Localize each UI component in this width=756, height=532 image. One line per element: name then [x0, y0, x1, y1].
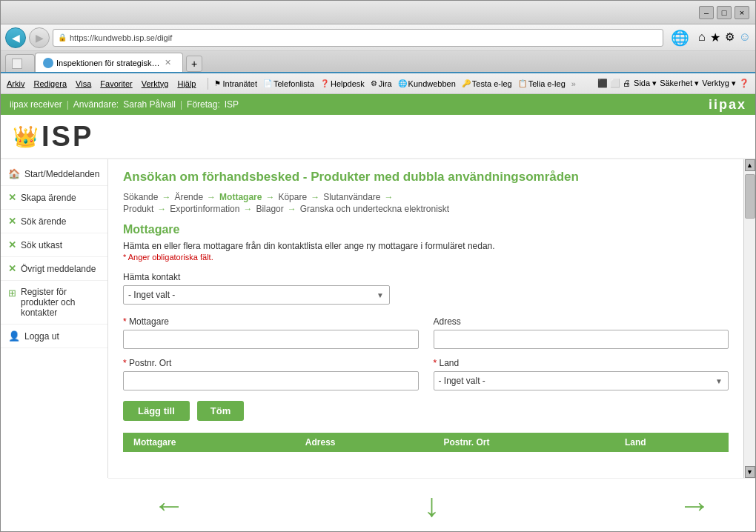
bc-slutanvandare[interactable]: Slutanvändare — [323, 192, 380, 202]
header-sep2: | — [180, 99, 182, 110]
sidebar-item-sok-utkast[interactable]: ✕ Sök utkast — [1, 233, 107, 257]
result-table: Mottagare Adress Postnr. Ort Land — [123, 433, 729, 452]
tab-bar: Inspektionen för strategiska... ✕ + — [1, 51, 755, 73]
close-button[interactable]: × — [735, 6, 749, 19]
sidebar-label-ovrigt: Övrigt meddelande — [21, 264, 96, 274]
isp-text: ISP — [42, 121, 93, 153]
ie-icon: 🌐 — [671, 29, 689, 47]
land-select[interactable]: - Inget valt - — [434, 371, 729, 390]
forward-button[interactable]: ▶ — [29, 27, 50, 48]
fav-telefonlista[interactable]: 📄Telefonlista — [263, 79, 314, 88]
fav-testa-eleg[interactable]: 🔑Testa e-leg — [462, 79, 512, 88]
tab-title: Inspektionen för strategiska... — [56, 59, 160, 67]
clear-button[interactable]: Töm — [197, 401, 244, 421]
grid-icon: ⊞ — [8, 287, 16, 299]
sidebar-label-utkast: Sök utkast — [21, 240, 62, 250]
verktyg-button[interactable]: Verktyg ▾ — [702, 79, 736, 88]
username: Sarah Pålvall — [123, 99, 176, 110]
fav-intranätet[interactable]: ⚑Intranätet — [214, 79, 256, 88]
menu-arkiv[interactable]: Arkiv — [7, 79, 24, 88]
sidebar-item-ovrigt[interactable]: ✕ Övrigt meddelande — [1, 257, 107, 281]
bc-export[interactable]: Exportinformation — [170, 204, 239, 214]
user-icon[interactable]: ☺ — [739, 30, 751, 44]
scrollbar[interactable]: ▲ ▼ — [743, 159, 755, 478]
nav-forward-arrow[interactable]: → — [678, 489, 711, 522]
bc-arende[interactable]: Ärende — [174, 192, 203, 202]
home-icon[interactable]: ⌂ — [698, 30, 706, 44]
menu-redigera[interactable]: Redigera — [33, 79, 67, 88]
fetch-contact-select[interactable]: - Inget valt - — [123, 285, 390, 305]
bc-kopare[interactable]: Köpare — [278, 192, 307, 202]
mottagare-group: * * MottagareMottagare — [123, 316, 419, 349]
settings-icon[interactable]: ⚙ — [725, 30, 735, 44]
sidebar-item-logga-ut[interactable]: 👤 Logga ut — [1, 325, 107, 348]
scroll-up-btn[interactable]: ▲ — [745, 159, 755, 171]
nav-back-arrow[interactable]: ← — [153, 489, 185, 522]
scroll-down-btn[interactable]: ▼ — [745, 466, 755, 478]
isp-logo: 👑 ISP — [13, 121, 93, 153]
fetch-contact-group: Hämta kontakt - Inget valt - ▼ — [123, 272, 729, 305]
favorites-bar: Arkiv Redigera Visa Favoriter Verktyg Hj… — [1, 73, 755, 94]
sidebar-item-register[interactable]: ⊞ Register för produkter och kontakter — [1, 281, 107, 325]
nav-down-arrow[interactable]: ↓ — [424, 489, 440, 522]
mottagare-input[interactable] — [123, 330, 419, 349]
sida-button[interactable]: Sida ▾ — [634, 79, 657, 88]
menu-favoriter[interactable]: Favoriter — [100, 79, 132, 88]
add-button[interactable]: Lägg till — [123, 401, 190, 421]
mottagare-label: * * MottagareMottagare — [123, 316, 419, 327]
bc-sokande[interactable]: Sökande — [123, 192, 158, 202]
bottom-nav: ← ↓ → — [108, 478, 755, 531]
postnr-input[interactable] — [123, 371, 419, 390]
scroll-thumb[interactable] — [745, 174, 755, 219]
tab-active[interactable]: Inspektionen för strategiska... ✕ — [35, 53, 183, 72]
menu-hjälp[interactable]: Hjälp — [177, 79, 196, 88]
fav-jira[interactable]: ⚙Jira — [371, 79, 392, 88]
bc-arrow8: → — [288, 204, 296, 214]
säkerhet-button[interactable]: Säkerhet ▾ — [660, 79, 699, 88]
bc-bilagor[interactable]: Bilagor — [256, 204, 283, 214]
bc-granska[interactable]: Granska och underteckna elektroniskt — [300, 204, 449, 214]
bc-arrow1: → — [162, 192, 170, 202]
help-button[interactable]: ❓ — [739, 79, 749, 88]
fav-helpdesk[interactable]: ❓Helpdesk — [320, 79, 365, 88]
sidebar-item-start[interactable]: 🏠 Start/Meddelanden — [1, 162, 107, 186]
fav-more-icon[interactable]: » — [571, 79, 576, 88]
adress-input[interactable] — [434, 330, 729, 349]
sidebar-label-start: Start/Meddelanden — [24, 169, 99, 179]
tab-inactive[interactable] — [5, 54, 35, 72]
logo-bar: 👑 ISP — [1, 115, 755, 159]
company-label: Företag: — [187, 99, 220, 110]
page-title: Ansökan om förhandsbesked - Produkter me… — [123, 170, 729, 184]
col-land: Land — [614, 433, 729, 452]
back-button[interactable]: ◀ — [5, 27, 26, 48]
required-note: * Anger obligatoriska fält. — [123, 253, 729, 262]
utkast-x-icon: ✕ — [8, 239, 16, 250]
sidebar: 🏠 Start/Meddelanden ✕ Skapa ärende ✕ Sök… — [1, 159, 108, 478]
sidebar-item-skapa[interactable]: ✕ Skapa ärende — [1, 186, 107, 210]
minimize-button[interactable]: – — [699, 6, 714, 19]
toolbar-icons: ⬛ ⬜ 🖨 — [597, 79, 631, 88]
new-tab-button[interactable]: + — [186, 56, 202, 72]
bc-arrow7: → — [243, 204, 252, 214]
fav-kundwebben[interactable]: 🌐Kundwebben — [398, 79, 456, 88]
bc-produkt[interactable]: Produkt — [123, 204, 153, 214]
address-bar[interactable]: 🔒 https://kundwebb.isp.se/digif — [53, 29, 663, 47]
col-postnr: Postnr. Ort — [433, 433, 614, 452]
sidebar-item-sok-arende[interactable]: ✕ Sök ärende — [1, 210, 107, 233]
logout-icon: 👤 — [8, 330, 20, 342]
section-title: Mottagare — [123, 223, 729, 236]
fav-telia-eleg[interactable]: 📋Telia e-leg — [518, 79, 566, 88]
bc-arrow6: → — [157, 204, 166, 214]
menu-visa[interactable]: Visa — [76, 79, 91, 88]
menu-verktyg[interactable]: Verktyg — [142, 79, 169, 88]
tab-close-icon[interactable]: ✕ — [165, 58, 171, 67]
brand-name: iipax — [709, 97, 746, 113]
sidebar-label-register: Register för produkter och kontakter — [21, 287, 100, 318]
bc-arrow4: → — [311, 192, 319, 202]
maximize-button[interactable]: □ — [717, 6, 732, 19]
land-group: * Land - Inget valt - ▼ — [434, 358, 729, 390]
form-row-2: * Postnr. Ort * Land - Inget valt - ▼ — [123, 358, 729, 390]
bc-mottagare[interactable]: Mottagare — [219, 192, 262, 202]
favorites-star-icon[interactable]: ★ — [710, 30, 720, 44]
menu-bar: Arkiv Redigera Visa Favoriter Verktyg Hj… — [7, 79, 196, 88]
